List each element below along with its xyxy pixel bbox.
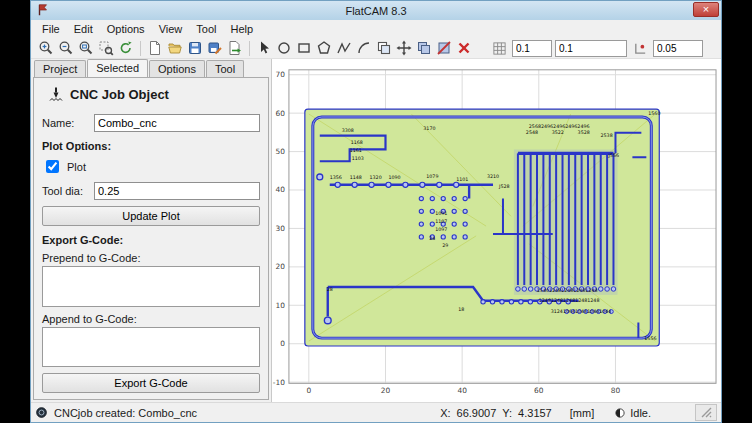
svg-text:20: 20 (381, 386, 391, 395)
tab-options[interactable]: Options (149, 60, 205, 77)
grid-x-input[interactable] (512, 40, 552, 57)
svg-text:1091: 1091 (435, 211, 447, 216)
panel-tabs: Project Selected Options Tool (31, 59, 271, 77)
draw-path-button[interactable] (334, 39, 354, 58)
new-project-button[interactable] (145, 39, 165, 58)
svg-text:1107: 1107 (435, 219, 447, 224)
plot-checkbox-label: Plot (67, 161, 86, 173)
name-row: Name: (42, 114, 260, 132)
draw-rectangle-button[interactable] (294, 39, 314, 58)
object-title: CNC Job Object (70, 87, 169, 102)
svg-text:1356: 1356 (330, 175, 342, 180)
export-image-button[interactable] (225, 39, 245, 58)
svg-text:60: 60 (275, 109, 285, 118)
svg-text:0: 0 (280, 339, 285, 348)
svg-text:3308: 3308 (342, 128, 354, 133)
cut-icon (436, 40, 452, 56)
save-project-as-button[interactable] (205, 39, 225, 58)
save-project-button[interactable] (185, 39, 205, 58)
close-button[interactable]: × (693, 2, 719, 17)
zoom-out-icon (58, 40, 74, 56)
name-input[interactable] (94, 114, 260, 132)
svg-text:1079: 1079 (426, 174, 438, 179)
grid-snap-toggle[interactable] (489, 39, 509, 58)
draw-arc-button[interactable] (354, 39, 374, 58)
tab-selected[interactable]: Selected (87, 59, 148, 77)
coordinates-readout: X: 66.9007 Y: 4.3157 (440, 407, 552, 419)
copy-object-button[interactable] (374, 39, 394, 58)
toolbar-separator (140, 41, 141, 56)
delete-object-button[interactable] (454, 39, 474, 58)
tool-dia-input[interactable] (94, 182, 260, 200)
svg-text:1097: 1097 (435, 227, 447, 232)
menu-tool[interactable]: Tool (189, 21, 223, 37)
svg-text:28: 28 (327, 287, 333, 292)
draw-circle-button[interactable] (274, 39, 294, 58)
plot-area[interactable]: 020406080706050403020100-10 (271, 59, 721, 402)
zoom-area-button[interactable] (96, 39, 116, 58)
svg-text:60: 60 (534, 386, 544, 395)
menu-help[interactable]: Help (223, 21, 260, 37)
zoom-fit-button[interactable] (76, 39, 96, 58)
move-object-button[interactable] (394, 39, 414, 58)
tab-tool[interactable]: Tool (206, 60, 244, 77)
tab-project[interactable]: Project (34, 60, 86, 77)
window-title: FlatCAM 8.3 (345, 5, 406, 17)
svg-text:29: 29 (442, 243, 448, 248)
title-bar[interactable]: FlatCAM 8.3 × (31, 1, 721, 20)
zoom-area-icon (98, 40, 114, 56)
save-project-icon (187, 40, 203, 56)
svg-text:12481248124812481248: 12481248124812481248 (539, 298, 600, 303)
new-project-icon (147, 40, 163, 56)
snap-max-toggle[interactable] (630, 39, 650, 58)
svg-text:70: 70 (275, 70, 285, 79)
svg-text:24: 24 (429, 236, 435, 241)
svg-text:1090: 1090 (388, 175, 400, 180)
svg-text:25682496249624962496: 25682496249624962496 (529, 124, 590, 129)
object-header: CNC Job Object (48, 86, 260, 102)
geometry-union-button[interactable] (414, 39, 434, 58)
snap-settings (489, 39, 703, 58)
svg-text:3170: 3170 (423, 126, 435, 131)
x-label: X: (440, 407, 450, 419)
select-tool-button[interactable] (254, 39, 274, 58)
status-message: CNCjob created: Combo_cnc (54, 407, 197, 419)
open-project-button[interactable] (165, 39, 185, 58)
svg-text:1168: 1168 (351, 141, 363, 146)
zoom-fit-icon (78, 40, 94, 56)
plot-checkbox[interactable] (46, 160, 59, 173)
svg-text:15401248124812481248: 15401248124812481248 (537, 288, 598, 293)
svg-text:2538: 2538 (601, 133, 613, 138)
status-bar: CNCjob created: Combo_cnc X: 66.9007 Y: … (31, 402, 721, 422)
export-gcode-button[interactable]: Export G-Code (42, 373, 260, 393)
svg-text:2548: 2548 (526, 130, 538, 135)
menu-options[interactable]: Options (100, 21, 152, 37)
y-label: Y: (502, 407, 512, 419)
svg-text:1560: 1560 (648, 111, 660, 116)
update-plot-button[interactable]: Update Plot (42, 206, 260, 226)
svg-text:31241064104410441044: 31241064104410441044 (551, 309, 612, 314)
prepend-gcode-textarea[interactable] (42, 266, 260, 307)
svg-text:J556: J556 (607, 153, 619, 158)
path-tool-icon (336, 40, 352, 56)
x-value: 66.9007 (457, 407, 497, 419)
selected-tab-body: CNC Job Object Name: Plot Options: Plot … (33, 77, 269, 400)
grip-dots-icon (699, 407, 713, 418)
geometry-cut-button[interactable] (434, 39, 454, 58)
svg-text:18: 18 (458, 307, 464, 312)
copy-icon (376, 40, 392, 56)
resize-grip[interactable] (695, 404, 717, 421)
menu-edit[interactable]: Edit (67, 21, 100, 37)
grid-y-input[interactable] (555, 40, 627, 57)
tool-dia-row: Tool dia: (42, 182, 260, 200)
drill-bit-icon (48, 86, 64, 102)
menu-file[interactable]: File (35, 21, 67, 37)
zoom-in-button[interactable] (36, 39, 56, 58)
main-content: Project Selected Options Tool CNC Job Ob… (31, 59, 721, 402)
replot-button[interactable] (116, 39, 136, 58)
snap-max-input[interactable] (653, 40, 703, 57)
menu-view[interactable]: View (152, 21, 190, 37)
zoom-out-button[interactable] (56, 39, 76, 58)
append-gcode-textarea[interactable] (42, 327, 260, 368)
draw-polygon-button[interactable] (314, 39, 334, 58)
